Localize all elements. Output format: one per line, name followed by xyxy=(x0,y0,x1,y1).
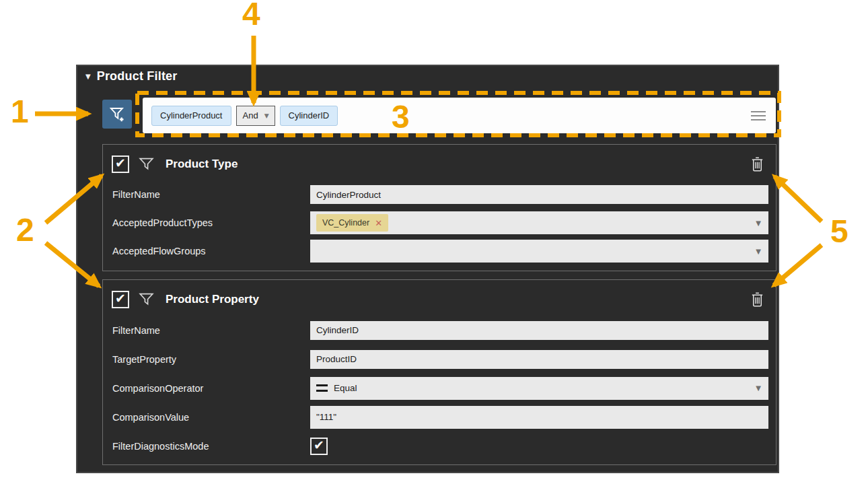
field-label: TargetProperty xyxy=(112,354,310,365)
check-icon: ✔ xyxy=(115,157,126,170)
filter-chip-label: CylinderProduct xyxy=(160,110,223,120)
comparisonvalue-input[interactable]: "111" xyxy=(310,406,768,429)
trash-icon xyxy=(750,155,765,172)
add-filter-button[interactable] xyxy=(102,100,132,129)
field-value: Equal xyxy=(334,383,357,393)
acceptedproducttypes-dropdown[interactable]: VC_Cylinder ✕ ▼ xyxy=(310,211,768,234)
tag-label: VC_Cylinder xyxy=(322,218,369,228)
field-value: CylinderID xyxy=(316,325,359,335)
equals-icon xyxy=(316,384,328,392)
card-fields: FilterName CylinderProduct AcceptedProdu… xyxy=(103,180,776,265)
filtername-input[interactable]: CylinderID xyxy=(310,321,768,340)
field-label: ComparisonValue xyxy=(112,412,310,423)
comparisonoperator-dropdown[interactable]: Equal ▼ xyxy=(310,377,768,400)
filter-chip-label: CylinderID xyxy=(289,110,330,120)
field-value: "111" xyxy=(316,412,336,422)
targetproperty-input[interactable]: ProductID xyxy=(310,350,768,369)
field-label: FilterDiagnosticsMode xyxy=(112,441,310,452)
product-filter-panel: ▼ Product Filter CylinderProduct And ▼ C… xyxy=(76,65,779,473)
chevron-down-icon: ▼ xyxy=(756,248,762,255)
field-value: CylinderProduct xyxy=(316,190,381,200)
field-row: TargetProperty ProductID xyxy=(112,345,768,374)
arrow-5b xyxy=(774,245,822,285)
field-label: FilterName xyxy=(112,189,310,200)
operator-dropdown[interactable]: And ▼ xyxy=(236,106,275,126)
card-title: Product Property xyxy=(166,293,259,306)
field-value: ProductID xyxy=(316,354,357,364)
hamburger-menu-icon[interactable] xyxy=(750,108,767,123)
operator-value: And xyxy=(243,110,258,120)
check-icon: ✔ xyxy=(115,292,126,305)
field-row: FilterName CylinderProduct xyxy=(112,180,768,209)
field-row: FilterDiagnosticsMode ✔ xyxy=(112,431,768,460)
page-title: Product Filter xyxy=(97,69,178,83)
arrow-5a xyxy=(774,176,822,221)
field-row: AcceptedProductTypes VC_Cylinder ✕ ▼ xyxy=(112,209,768,237)
filterdiagnosticsmode-checkbox[interactable]: ✔ xyxy=(310,438,328,455)
annotation-number-5: 5 xyxy=(830,215,848,248)
filter-chip-cylinderid[interactable]: CylinderID xyxy=(280,106,338,126)
card-fields: FilterName CylinderID TargetProperty Pro… xyxy=(103,316,776,460)
filter-card-product-property: ✔ Product Property FilterName CylinderID xyxy=(102,279,776,465)
trash-icon xyxy=(750,291,765,308)
card-header: ✔ Product Type xyxy=(103,145,776,176)
annotation-number-3: 3 xyxy=(392,101,410,133)
field-row: AcceptedFlowGroups ▼ xyxy=(112,237,768,265)
filter-enabled-checkbox[interactable]: ✔ xyxy=(112,291,129,308)
acceptedflowgroups-dropdown[interactable]: ▼ xyxy=(310,240,768,263)
field-row: ComparisonValue "111" xyxy=(112,403,768,431)
field-label: ComparisonOperator xyxy=(112,383,310,394)
chevron-down-icon: ▼ xyxy=(756,219,762,227)
tag-vc-cylinder[interactable]: VC_Cylinder ✕ xyxy=(316,214,388,232)
chevron-down-icon: ▼ xyxy=(264,112,269,119)
annotation-number-4: 4 xyxy=(242,0,260,30)
panel-header[interactable]: ▼ Product Filter xyxy=(85,69,178,83)
filter-chip-cylinderproduct[interactable]: CylinderProduct xyxy=(151,106,231,126)
check-icon: ✔ xyxy=(314,439,324,452)
field-label: AcceptedProductTypes xyxy=(112,217,310,228)
field-row: FilterName CylinderID xyxy=(112,316,768,345)
annotation-number-1: 1 xyxy=(11,96,29,128)
funnel-icon xyxy=(138,291,155,308)
filter-enabled-checkbox[interactable]: ✔ xyxy=(112,155,129,173)
annotation-number-2: 2 xyxy=(16,214,34,246)
card-title: Product Type xyxy=(166,158,238,171)
collapse-triangle-icon[interactable]: ▼ xyxy=(85,73,91,80)
card-header: ✔ Product Property xyxy=(103,280,776,311)
filtername-input[interactable]: CylinderProduct xyxy=(310,185,768,204)
delete-filter-button[interactable] xyxy=(750,155,765,172)
remove-tag-icon[interactable]: ✕ xyxy=(375,218,382,228)
funnel-plus-icon xyxy=(108,105,126,123)
funnel-icon xyxy=(138,155,155,172)
field-label: FilterName xyxy=(112,325,310,336)
filter-card-product-type: ✔ Product Type FilterName CylinderProduc… xyxy=(102,144,776,271)
chevron-down-icon: ▼ xyxy=(756,384,762,392)
filter-expression-bar: CylinderProduct And ▼ CylinderID xyxy=(143,98,776,133)
delete-filter-button[interactable] xyxy=(750,291,765,308)
field-label: AcceptedFlowGroups xyxy=(112,246,310,256)
field-row: ComparisonOperator Equal ▼ xyxy=(112,374,768,403)
